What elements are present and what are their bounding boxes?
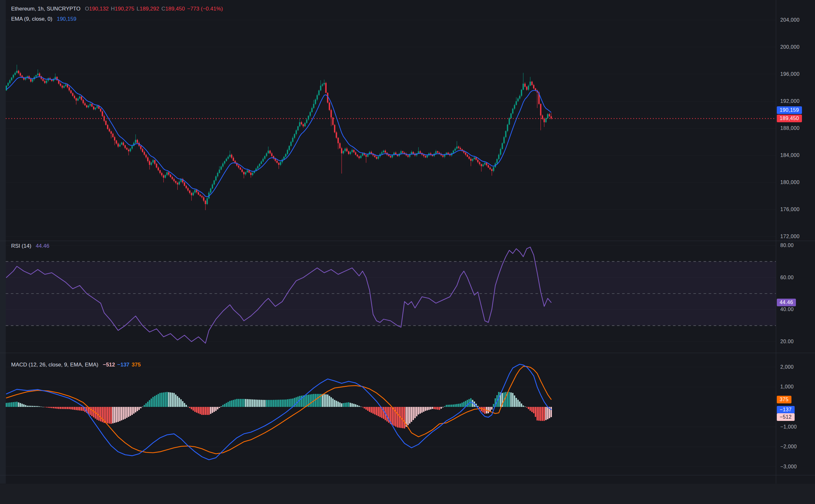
- high-label: H: [111, 6, 115, 12]
- macd-value-label: −137: [777, 406, 795, 414]
- axis-tick: 200,000: [776, 44, 815, 50]
- high-value: 190,275: [115, 6, 134, 12]
- axis-tick: 40.00: [776, 307, 815, 312]
- axis-tick: 60.00: [776, 275, 815, 280]
- ema-legend-row[interactable]: EMA (9, close, 0)190,159: [11, 16, 76, 22]
- candlestick-series: [6, 65, 552, 210]
- axis-tick: 204,000: [776, 17, 815, 23]
- footer-bar: TradingView: [0, 484, 815, 504]
- axis-tick: 80.00: [776, 243, 815, 248]
- axis-tick: 172,000: [776, 234, 815, 239]
- close-label: C: [161, 6, 165, 12]
- macd-title[interactable]: MACD (12, 26, close, 9, EMA, EMA): [11, 362, 98, 368]
- symbol-title[interactable]: Ethereum, 1h, SUNCRYPTO: [11, 6, 81, 12]
- axis-tick: 192,000: [776, 98, 815, 104]
- macd-histogram: [6, 392, 552, 429]
- rsi-band: [6, 261, 776, 325]
- last-price-label: 189,450: [777, 115, 802, 122]
- macd-signal-value: 375: [132, 362, 141, 368]
- axis-tick: 176,000: [776, 207, 815, 212]
- low-value: 189,292: [140, 6, 159, 12]
- low-label: L: [137, 6, 139, 12]
- ema-line: [6, 77, 551, 197]
- axis-tick: 1,000: [776, 384, 815, 390]
- ema-value: 190,159: [57, 16, 76, 22]
- axis-tick: 20.00: [776, 339, 815, 344]
- axis-tick: −1,000: [776, 424, 815, 430]
- ema-price-label: 190,159: [777, 106, 802, 114]
- open-value: 190,132: [89, 6, 109, 12]
- rsi-value: 44.46: [36, 243, 49, 249]
- ema-title[interactable]: EMA (9, close, 0): [11, 16, 52, 22]
- pane-separator-rsi-macd[interactable]: [0, 353, 815, 353]
- close-value: 189,450: [165, 6, 185, 12]
- axis-tick: 188,000: [776, 125, 815, 131]
- macd-legend-row[interactable]: MACD (12, 26, close, 9, EMA, EMA)−512−13…: [11, 362, 141, 368]
- tradingview-chart-window: Ethereum, 1h, SUNCRYPTOO190,132H190,275L…: [0, 0, 815, 504]
- pane-separator-price-rsi[interactable]: [0, 241, 815, 241]
- axis-tick: −2,000: [776, 444, 815, 450]
- macd-line-value: −137: [117, 362, 129, 368]
- hist-value-label: −512: [777, 413, 795, 421]
- rsi-value-label: 44.46: [777, 299, 796, 306]
- axis-tick: 2,000: [776, 364, 815, 370]
- signal-value-label: 375: [777, 396, 791, 403]
- open-label: O: [85, 6, 89, 12]
- change-value: −773 (−0.41%): [187, 6, 223, 12]
- axis-tick: 196,000: [776, 71, 815, 77]
- time-scale[interactable]: 272912:30Apr357911: [0, 475, 815, 484]
- symbol-legend-row[interactable]: Ethereum, 1h, SUNCRYPTOO190,132H190,275L…: [11, 6, 223, 12]
- rsi-title[interactable]: RSI (14): [11, 243, 31, 249]
- rsi-legend-row[interactable]: RSI (14)44.46: [11, 243, 49, 249]
- chart-canvas[interactable]: [0, 0, 815, 504]
- axis-tick: 180,000: [776, 180, 815, 185]
- axis-tick: −3,000: [776, 464, 815, 470]
- macd-hist-value: −512: [103, 362, 115, 368]
- axis-tick: 184,000: [776, 153, 815, 158]
